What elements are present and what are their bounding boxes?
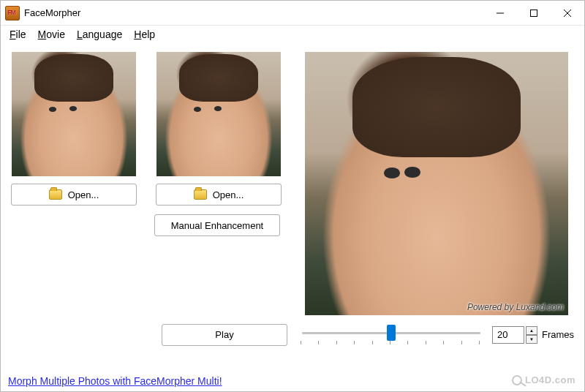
- menu-language[interactable]: Language: [77, 29, 122, 40]
- frames-label: Frames: [542, 329, 574, 340]
- source-image-1[interactable]: [12, 52, 136, 176]
- app-icon: [5, 6, 20, 20]
- menubar: File Movie Language Help: [1, 26, 584, 46]
- svg-rect-1: [531, 10, 537, 16]
- play-button[interactable]: Play: [162, 324, 287, 346]
- slider-ticks: [301, 341, 479, 347]
- morph-slider[interactable]: [302, 324, 480, 342]
- manual-enhancement-label: Manual Enhancement: [171, 220, 263, 231]
- morph-slider-wrap: [298, 323, 482, 347]
- controls-row: Play ▲ ▼ Frames: [1, 323, 584, 353]
- site-watermark-text: LO4D.com: [525, 374, 575, 385]
- app-window: FaceMorpher File Movie Language Help: [0, 0, 585, 392]
- menu-movie[interactable]: Movie: [38, 29, 65, 40]
- source-image-block-1: Open...: [11, 52, 137, 206]
- close-button[interactable]: [551, 1, 584, 25]
- open-button-2[interactable]: Open...: [156, 184, 282, 206]
- frames-spinner: ▲ ▼: [526, 326, 537, 344]
- frames-control: ▲ ▼ Frames: [492, 326, 574, 344]
- site-watermark: LO4D.com: [512, 374, 575, 385]
- frames-input[interactable]: [492, 326, 524, 344]
- manual-enhancement-button[interactable]: Manual Enhancement: [154, 214, 280, 236]
- left-column: Open... Open... Manual Enhancement: [11, 52, 296, 315]
- source-image-2[interactable]: [156, 52, 281, 176]
- watermark-text: Powered by Luxand.com: [467, 302, 564, 312]
- right-column: Powered by Luxand.com: [305, 52, 574, 315]
- open-button-1[interactable]: Open...: [11, 184, 137, 206]
- menu-help[interactable]: Help: [134, 29, 155, 40]
- face-photo: [156, 52, 281, 176]
- footer-promo-link[interactable]: Morph Multiple Photos with FaceMorpher M…: [8, 375, 222, 387]
- open-button-1-label: Open...: [68, 189, 99, 200]
- magnifier-icon: [512, 375, 522, 385]
- frames-down-button[interactable]: ▼: [526, 335, 537, 344]
- menu-file[interactable]: File: [10, 29, 26, 40]
- content-area: Open... Open... Manual Enhancement: [1, 46, 584, 315]
- face-photo: [305, 52, 568, 315]
- titlebar: FaceMorpher: [1, 1, 584, 26]
- window-controls: [483, 1, 584, 25]
- minimize-button[interactable]: [483, 1, 517, 25]
- preview-image[interactable]: Powered by Luxand.com: [305, 52, 568, 315]
- folder-icon: [49, 189, 62, 200]
- frames-up-button[interactable]: ▲: [526, 326, 537, 335]
- face-photo: [12, 52, 136, 176]
- play-button-label: Play: [215, 329, 233, 340]
- thumbnail-row: Open... Open...: [11, 52, 296, 206]
- app-title: FaceMorpher: [24, 7, 483, 18]
- open-button-2-label: Open...: [213, 189, 244, 200]
- folder-icon: [194, 189, 207, 200]
- maximize-button[interactable]: [517, 1, 551, 25]
- source-image-block-2: Open...: [156, 52, 282, 206]
